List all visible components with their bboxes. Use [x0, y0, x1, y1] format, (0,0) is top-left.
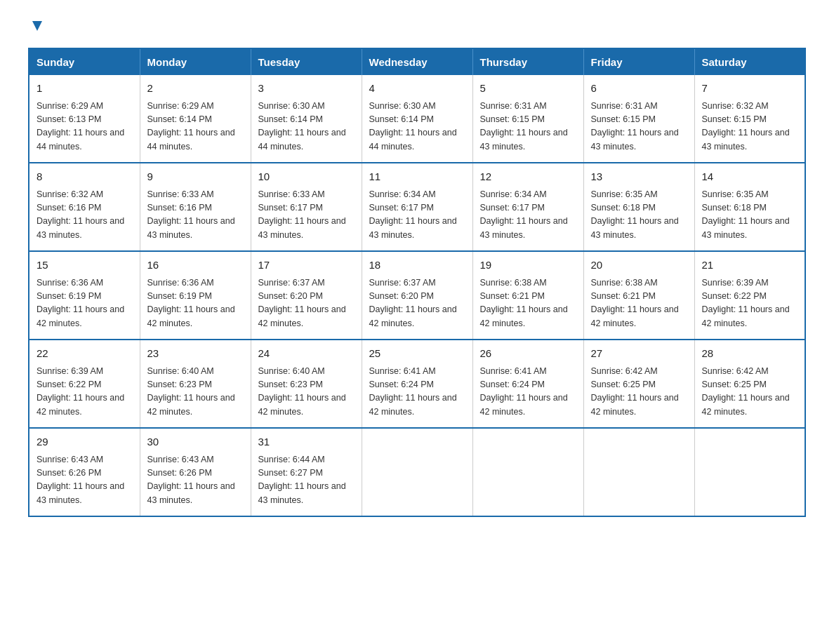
day-number: 14: [702, 169, 798, 185]
day-info: Sunrise: 6:31 AMSunset: 6:15 PMDaylight:…: [480, 100, 576, 154]
day-info: Sunrise: 6:33 AMSunset: 6:17 PMDaylight:…: [258, 188, 355, 243]
calendar-cell: 29 Sunrise: 6:43 AMSunset: 6:26 PMDaylig…: [29, 428, 140, 516]
calendar-cell: 30 Sunrise: 6:43 AMSunset: 6:26 PMDaylig…: [140, 428, 251, 516]
day-info: Sunrise: 6:37 AMSunset: 6:20 PMDaylight:…: [369, 276, 465, 331]
day-number: 17: [258, 257, 355, 274]
calendar-cell: 5 Sunrise: 6:31 AMSunset: 6:15 PMDayligh…: [472, 75, 583, 163]
calendar-cell: [694, 428, 805, 516]
calendar-cell: 21 Sunrise: 6:39 AMSunset: 6:22 PMDaylig…: [694, 251, 805, 340]
day-number: 21: [702, 257, 798, 274]
day-info: Sunrise: 6:34 AMSunset: 6:17 PMDaylight:…: [480, 188, 576, 243]
calendar-cell: 3 Sunrise: 6:30 AMSunset: 6:14 PMDayligh…: [251, 75, 362, 163]
day-info: Sunrise: 6:34 AMSunset: 6:17 PMDaylight:…: [369, 188, 465, 243]
calendar-cell: 14 Sunrise: 6:35 AMSunset: 6:18 PMDaylig…: [694, 163, 805, 251]
day-info: Sunrise: 6:30 AMSunset: 6:14 PMDaylight:…: [258, 100, 355, 154]
calendar-cell: [583, 428, 694, 516]
day-number: 22: [37, 346, 133, 362]
day-number: 5: [480, 81, 576, 97]
day-info: Sunrise: 6:30 AMSunset: 6:14 PMDaylight:…: [369, 100, 465, 154]
day-number: 25: [369, 346, 465, 362]
day-info: Sunrise: 6:38 AMSunset: 6:21 PMDaylight:…: [480, 276, 576, 331]
calendar-cell: 8 Sunrise: 6:32 AMSunset: 6:16 PMDayligh…: [29, 163, 140, 251]
calendar-cell: 13 Sunrise: 6:35 AMSunset: 6:18 PMDaylig…: [583, 163, 694, 251]
day-number: 13: [591, 169, 687, 185]
day-number: 4: [369, 81, 465, 97]
svg-marker-0: [32, 21, 42, 31]
day-number: 19: [480, 257, 576, 274]
day-number: 29: [37, 434, 133, 450]
day-number: 7: [702, 81, 798, 97]
day-info: Sunrise: 6:40 AMSunset: 6:23 PMDaylight:…: [147, 365, 244, 420]
calendar-cell: 4 Sunrise: 6:30 AMSunset: 6:14 PMDayligh…: [362, 75, 472, 163]
calendar-cell: 10 Sunrise: 6:33 AMSunset: 6:17 PMDaylig…: [251, 163, 362, 251]
calendar-cell: 27 Sunrise: 6:42 AMSunset: 6:25 PMDaylig…: [583, 340, 694, 428]
day-number: 23: [147, 346, 244, 362]
day-info: Sunrise: 6:43 AMSunset: 6:26 PMDaylight:…: [37, 453, 133, 508]
day-info: Sunrise: 6:43 AMSunset: 6:26 PMDaylight:…: [147, 453, 244, 508]
day-number: 24: [258, 346, 355, 362]
day-number: 2: [147, 81, 244, 97]
day-number: 30: [147, 434, 244, 450]
calendar-cell: 7 Sunrise: 6:32 AMSunset: 6:15 PMDayligh…: [694, 75, 805, 163]
calendar-cell: [362, 428, 472, 516]
calendar-cell: 11 Sunrise: 6:34 AMSunset: 6:17 PMDaylig…: [362, 163, 472, 251]
weekday-header-thursday: Thursday: [472, 48, 583, 75]
day-number: 16: [147, 257, 244, 274]
weekday-header-monday: Monday: [140, 48, 251, 75]
day-number: 6: [591, 81, 687, 97]
day-info: Sunrise: 6:39 AMSunset: 6:22 PMDaylight:…: [37, 365, 133, 420]
day-info: Sunrise: 6:33 AMSunset: 6:16 PMDaylight:…: [147, 188, 244, 243]
calendar-week-row: 15 Sunrise: 6:36 AMSunset: 6:19 PMDaylig…: [29, 251, 805, 340]
calendar-cell: 16 Sunrise: 6:36 AMSunset: 6:19 PMDaylig…: [140, 251, 251, 340]
day-info: Sunrise: 6:36 AMSunset: 6:19 PMDaylight:…: [147, 276, 244, 331]
calendar-table: SundayMondayTuesdayWednesdayThursdayFrid…: [28, 48, 806, 517]
day-number: 18: [369, 257, 465, 274]
day-number: 20: [591, 257, 687, 274]
day-info: Sunrise: 6:41 AMSunset: 6:24 PMDaylight:…: [369, 365, 465, 420]
weekday-header-tuesday: Tuesday: [251, 48, 362, 75]
calendar-cell: [472, 428, 583, 516]
day-number: 31: [258, 434, 355, 450]
day-info: Sunrise: 6:32 AMSunset: 6:15 PMDaylight:…: [702, 100, 798, 154]
calendar-cell: 28 Sunrise: 6:42 AMSunset: 6:25 PMDaylig…: [694, 340, 805, 428]
calendar-cell: 17 Sunrise: 6:37 AMSunset: 6:20 PMDaylig…: [251, 251, 362, 340]
day-info: Sunrise: 6:42 AMSunset: 6:25 PMDaylight:…: [702, 365, 798, 420]
calendar-cell: 25 Sunrise: 6:41 AMSunset: 6:24 PMDaylig…: [362, 340, 472, 428]
day-info: Sunrise: 6:32 AMSunset: 6:16 PMDaylight:…: [37, 188, 133, 243]
day-number: 12: [480, 169, 576, 185]
weekday-header-wednesday: Wednesday: [362, 48, 472, 75]
calendar-cell: 15 Sunrise: 6:36 AMSunset: 6:19 PMDaylig…: [29, 251, 140, 340]
calendar-cell: 23 Sunrise: 6:40 AMSunset: 6:23 PMDaylig…: [140, 340, 251, 428]
calendar-cell: 9 Sunrise: 6:33 AMSunset: 6:16 PMDayligh…: [140, 163, 251, 251]
weekday-header-friday: Friday: [583, 48, 694, 75]
calendar-week-row: 1 Sunrise: 6:29 AMSunset: 6:13 PMDayligh…: [29, 75, 805, 163]
calendar-cell: 18 Sunrise: 6:37 AMSunset: 6:20 PMDaylig…: [362, 251, 472, 340]
logo-triangle-icon: [29, 18, 45, 34]
page-header: [28, 21, 806, 34]
calendar-cell: 12 Sunrise: 6:34 AMSunset: 6:17 PMDaylig…: [472, 163, 583, 251]
calendar-cell: 1 Sunrise: 6:29 AMSunset: 6:13 PMDayligh…: [29, 75, 140, 163]
calendar-cell: 2 Sunrise: 6:29 AMSunset: 6:14 PMDayligh…: [140, 75, 251, 163]
day-info: Sunrise: 6:41 AMSunset: 6:24 PMDaylight:…: [480, 365, 576, 420]
calendar-week-row: 8 Sunrise: 6:32 AMSunset: 6:16 PMDayligh…: [29, 163, 805, 251]
day-info: Sunrise: 6:29 AMSunset: 6:14 PMDaylight:…: [147, 100, 244, 154]
day-number: 26: [480, 346, 576, 362]
day-info: Sunrise: 6:40 AMSunset: 6:23 PMDaylight:…: [258, 365, 355, 420]
day-info: Sunrise: 6:31 AMSunset: 6:15 PMDaylight:…: [591, 100, 687, 154]
day-number: 15: [37, 257, 133, 274]
day-number: 9: [147, 169, 244, 185]
day-info: Sunrise: 6:37 AMSunset: 6:20 PMDaylight:…: [258, 276, 355, 331]
weekday-header-saturday: Saturday: [694, 48, 805, 75]
day-info: Sunrise: 6:38 AMSunset: 6:21 PMDaylight:…: [591, 276, 687, 331]
day-number: 3: [258, 81, 355, 97]
day-number: 8: [37, 169, 133, 185]
day-info: Sunrise: 6:39 AMSunset: 6:22 PMDaylight:…: [702, 276, 798, 331]
weekday-header-row: SundayMondayTuesdayWednesdayThursdayFrid…: [29, 48, 805, 75]
day-info: Sunrise: 6:29 AMSunset: 6:13 PMDaylight:…: [37, 100, 133, 154]
day-number: 10: [258, 169, 355, 185]
calendar-cell: 22 Sunrise: 6:39 AMSunset: 6:22 PMDaylig…: [29, 340, 140, 428]
weekday-header-sunday: Sunday: [29, 48, 140, 75]
day-info: Sunrise: 6:44 AMSunset: 6:27 PMDaylight:…: [258, 453, 355, 508]
calendar-week-row: 22 Sunrise: 6:39 AMSunset: 6:22 PMDaylig…: [29, 340, 805, 428]
calendar-cell: 24 Sunrise: 6:40 AMSunset: 6:23 PMDaylig…: [251, 340, 362, 428]
